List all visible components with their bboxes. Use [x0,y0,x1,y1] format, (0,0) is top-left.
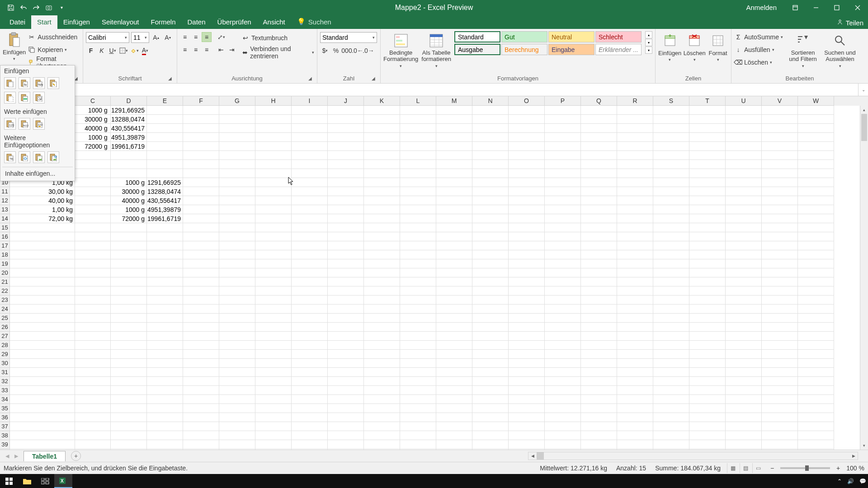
gallery-down-icon[interactable]: ▾ [645,39,652,46]
row-header[interactable]: 18 [0,250,10,259]
row-header[interactable]: 33 [0,386,10,395]
tab-page-layout[interactable]: Seitenlayout [96,15,145,29]
zoom-in-icon[interactable]: + [836,465,840,472]
column-header[interactable]: C [75,96,111,106]
column-header[interactable]: P [545,96,581,106]
paste-formulas-number-icon[interactable]: %fx [33,77,45,89]
row-header[interactable]: 21 [0,277,10,286]
undo-icon[interactable] [19,3,28,12]
zoom-level[interactable]: 100 % [846,465,864,472]
gallery-more-icon[interactable]: ▾ [645,47,652,54]
style-standard[interactable]: Standard [454,31,500,42]
minimize-icon[interactable] [806,0,826,15]
row-header[interactable]: 25 [0,314,10,323]
qat-customize-icon[interactable]: ▾ [57,3,66,12]
scroll-left-icon[interactable]: ◀ [528,452,537,460]
align-center-icon[interactable]: ≡ [191,45,201,55]
increase-indent-icon[interactable]: ⇥ [227,45,237,55]
tab-file[interactable]: Datei [4,15,31,29]
style-neutral[interactable]: Neutral [548,31,594,42]
paste-values-source-format-icon[interactable]: 123 [33,118,45,130]
fill-color-button[interactable]: ▾ [129,46,139,56]
ribbon-display-icon[interactable] [785,0,806,15]
delete-cells-button[interactable]: Löschen▾ [683,31,706,62]
row-header[interactable]: 26 [0,323,10,332]
align-top-icon[interactable]: ≡ [180,32,190,42]
task-view-button[interactable] [36,474,54,488]
horizontal-scrollbar[interactable]: ◀ ▶ [528,452,858,460]
column-header[interactable]: O [509,96,545,106]
increase-decimal-icon[interactable]: .0← [353,46,363,56]
paste-picture-icon[interactable] [33,151,45,163]
row-header[interactable]: 36 [0,413,10,422]
gallery-up-icon[interactable]: ▴ [645,31,652,38]
align-middle-icon[interactable]: ≡ [191,32,201,42]
tab-review[interactable]: Überprüfen [212,15,257,29]
merge-center-button[interactable]: ⬌Verbinden und zentrieren▾ [241,47,314,58]
column-header[interactable]: E [147,96,183,106]
autosum-button[interactable]: ΣAutoSumme▾ [734,31,783,43]
column-header[interactable]: L [400,96,436,106]
scroll-thumb[interactable] [861,114,867,141]
row-header[interactable]: 17 [0,241,10,250]
paste-button[interactable]: Einfügen ▾ [3,30,26,61]
column-header[interactable]: J [328,96,364,106]
paste-all-icon[interactable] [4,77,16,89]
tray-chevron-icon[interactable]: ⌃ [837,478,842,484]
fill-button[interactable]: ↓Ausfüllen▾ [734,44,783,56]
row-header[interactable]: 13 [0,205,10,214]
row-header[interactable]: 39 [0,440,10,449]
conditional-formatting-button[interactable]: Bedingte Formatierung▾ [383,31,418,68]
column-header[interactable]: S [653,96,689,106]
zoom-slider[interactable] [780,467,830,469]
row-header[interactable]: 35 [0,404,10,413]
row-header[interactable]: 23 [0,296,10,305]
insert-cells-button[interactable]: Einfügen▾ [658,31,681,62]
row-header[interactable]: 29 [0,350,10,359]
scroll-up-icon[interactable]: ▴ [860,106,868,114]
paste-link-icon[interactable] [19,151,30,163]
column-header[interactable]: V [762,96,798,106]
row-header[interactable]: 16 [0,232,10,241]
action-center-icon[interactable]: 💬 [859,478,866,484]
close-icon[interactable] [847,0,868,15]
copy-button[interactable]: Kopieren▾ [28,44,80,56]
page-layout-view-icon[interactable]: ▤ [740,463,751,473]
increase-font-icon[interactable]: A▴ [151,33,161,42]
next-sheet-icon[interactable]: ▶ [14,453,18,459]
font-name-combo[interactable]: Calibri▾ [86,32,129,43]
column-header[interactable]: W [798,96,834,106]
underline-button[interactable]: U▾ [108,46,118,56]
column-header[interactable]: K [364,96,400,106]
column-header[interactable]: F [183,96,219,106]
format-as-table-button[interactable]: Als Tabelle formatieren▾ [421,31,452,68]
page-break-view-icon[interactable]: ▭ [752,463,764,473]
volume-icon[interactable]: 🔊 [847,478,854,484]
row-header[interactable]: 30 [0,359,10,368]
comma-format-icon[interactable]: 000 [342,46,352,56]
row-header[interactable]: 12 [0,196,10,205]
row-header[interactable]: 11 [0,187,10,196]
style-bad[interactable]: Schlecht [595,31,642,42]
format-cells-button[interactable]: Format▾ [708,31,728,62]
paste-values-number-format-icon[interactable]: %123 [19,118,30,130]
tab-insert[interactable]: Einfügen [57,15,96,29]
paste-keep-col-widths-icon[interactable] [19,92,30,103]
column-header[interactable]: N [472,96,509,106]
orientation-icon[interactable]: ⤢▾ [216,32,226,42]
prev-sheet-icon[interactable]: ◀ [5,453,9,459]
save-icon[interactable] [6,3,15,12]
paste-no-borders-icon[interactable] [4,92,16,103]
column-header[interactable]: U [726,96,762,106]
paste-formulas-icon[interactable]: fx [19,77,30,89]
align-left-icon[interactable]: ≡ [180,45,190,55]
row-header[interactable]: 38 [0,431,10,440]
font-color-button[interactable]: A▾ [140,46,150,56]
tab-data[interactable]: Daten [182,15,212,29]
align-right-icon[interactable]: ≡ [202,45,212,55]
borders-button[interactable]: ▾ [118,46,128,56]
style-output[interactable]: Ausgabe [454,44,500,55]
tab-view[interactable]: Ansicht [257,15,291,29]
start-button[interactable] [0,474,18,488]
row-header[interactable]: 34 [0,395,10,404]
